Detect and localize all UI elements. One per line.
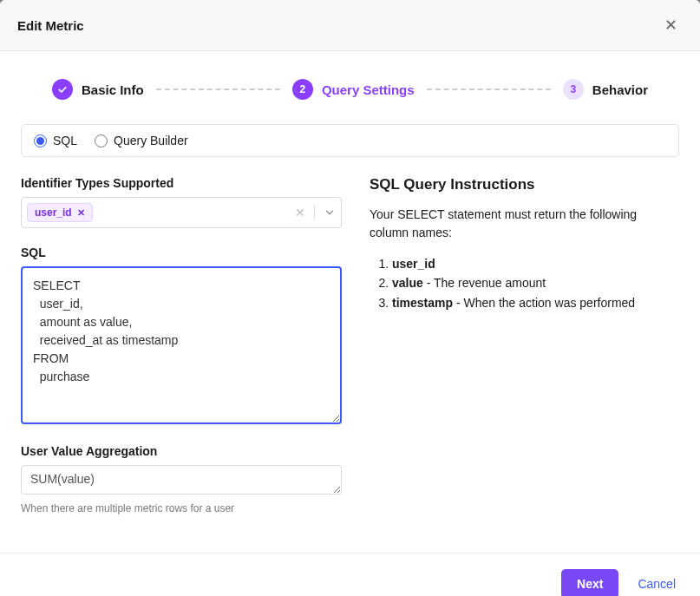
col-name: timestamp xyxy=(392,296,453,310)
check-icon xyxy=(52,79,73,100)
form-column: Identifier Types Supported user_id ✕ ✕ xyxy=(21,176,342,532)
col-desc: - When the action was performed xyxy=(453,296,635,310)
list-item: user_id xyxy=(392,254,679,273)
col-name: user_id xyxy=(392,257,435,271)
step-label: Basic Info xyxy=(82,82,144,97)
query-mode-selector: SQL Query Builder xyxy=(21,124,679,157)
tag-remove-icon[interactable]: ✕ xyxy=(77,207,85,219)
aggregation-group: User Value Aggregation When there are mu… xyxy=(21,444,342,514)
step-basic-info[interactable]: Basic Info xyxy=(52,79,144,100)
mode-sql-radio[interactable] xyxy=(34,134,47,147)
list-item: timestamp - When the action was performe… xyxy=(392,293,679,312)
mode-querybuilder-radio[interactable] xyxy=(95,134,108,147)
step-number-icon: 3 xyxy=(563,79,584,100)
edit-metric-modal: Edit Metric ✕ Basic Info 2 Query Setting… xyxy=(0,0,700,596)
list-item: value - The revenue amount xyxy=(392,273,679,292)
step-connector xyxy=(156,88,280,90)
modal-header: Edit Metric ✕ xyxy=(0,0,700,51)
two-column-layout: Identifier Types Supported user_id ✕ ✕ xyxy=(21,176,679,532)
col-name: value xyxy=(392,276,423,290)
aggregation-textarea[interactable] xyxy=(21,465,342,494)
mode-sql-option[interactable]: SQL xyxy=(34,134,77,147)
clear-icon[interactable]: ✕ xyxy=(295,206,305,219)
stepper: Basic Info 2 Query Settings 3 Behavior xyxy=(0,51,700,124)
step-label: Query Settings xyxy=(322,82,415,97)
instructions-list: user_id value - The revenue amount times… xyxy=(370,254,679,312)
aggregation-help-text: When there are multiple metric rows for … xyxy=(21,502,342,514)
instructions-intro: Your SELECT statement must return the fo… xyxy=(370,206,679,242)
step-label: Behavior xyxy=(592,82,648,97)
chevron-down-icon[interactable] xyxy=(324,206,336,219)
instructions-column: SQL Query Instructions Your SELECT state… xyxy=(370,176,679,532)
step-behavior[interactable]: 3 Behavior xyxy=(563,79,648,100)
next-button[interactable]: Next xyxy=(561,569,618,596)
identifier-types-group: Identifier Types Supported user_id ✕ ✕ xyxy=(21,176,342,228)
mode-querybuilder-option[interactable]: Query Builder xyxy=(95,134,188,147)
modal-footer: Next Cancel xyxy=(0,553,700,596)
sql-textarea[interactable] xyxy=(21,266,342,424)
separator xyxy=(314,205,315,220)
identifier-types-label: Identifier Types Supported xyxy=(21,176,342,190)
mode-querybuilder-label: Query Builder xyxy=(114,134,188,147)
close-button[interactable]: ✕ xyxy=(659,14,683,36)
mode-sql-label: SQL xyxy=(53,134,77,147)
step-number-icon: 2 xyxy=(292,79,313,100)
tag-text: user_id xyxy=(35,206,72,219)
step-query-settings[interactable]: 2 Query Settings xyxy=(292,79,415,100)
cancel-button[interactable]: Cancel xyxy=(634,569,679,596)
sql-group: SQL xyxy=(21,246,342,427)
close-icon: ✕ xyxy=(664,16,677,34)
identifier-tag: user_id ✕ xyxy=(27,203,93,222)
aggregation-label: User Value Aggregation xyxy=(21,444,342,458)
instructions-title: SQL Query Instructions xyxy=(370,176,679,193)
identifier-types-input[interactable]: user_id ✕ ✕ xyxy=(21,197,342,228)
col-desc: - The revenue amount xyxy=(423,276,546,290)
modal-body: SQL Query Builder Identifier Types Suppo… xyxy=(0,124,700,553)
sql-label: SQL xyxy=(21,246,342,259)
modal-title: Edit Metric xyxy=(17,18,84,33)
step-connector xyxy=(427,88,551,90)
tag-input-actions: ✕ xyxy=(295,205,336,220)
